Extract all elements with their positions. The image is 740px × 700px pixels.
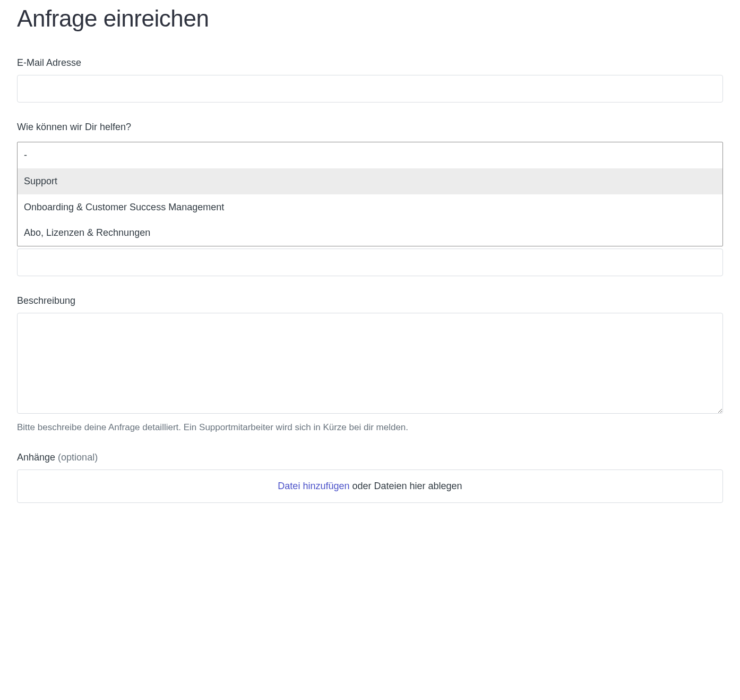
email-input[interactable] [17,75,723,103]
description-textarea[interactable] [17,313,723,414]
attachments-dropzone[interactable]: Datei hinzufügen oder Dateien hier ableg… [17,469,723,503]
dropdown-option-support[interactable]: Support [18,168,722,194]
attachments-label-text: Anhänge [17,452,55,463]
add-file-link[interactable]: Datei hinzufügen [278,481,349,491]
dropdown-option-onboarding[interactable]: Onboarding & Customer Success Management [18,194,722,220]
page-title: Anfrage einreichen [17,5,723,32]
field-description: Beschreibung Bitte beschreibe deine Anfr… [17,295,723,433]
field-attachments: Anhänge (optional) Datei hinzufügen oder… [17,452,723,503]
dropdown-option-placeholder[interactable]: - [18,142,722,168]
dropzone-rest-text: oder Dateien hier ablegen [349,481,462,491]
dropdown-option-billing[interactable]: Abo, Lizenzen & Rechnungen [18,220,722,246]
description-helper: Bitte beschreibe deine Anfrage detaillie… [17,422,723,433]
field-email: E-Mail Adresse [17,57,723,103]
attachments-optional: (optional) [58,452,98,463]
help-topic-dropdown[interactable]: - Support Onboarding & Customer Success … [17,142,723,246]
secondary-input[interactable] [17,249,723,276]
help-topic-label: Wie können wir Dir helfen? [17,122,723,133]
attachments-label: Anhänge (optional) [17,452,723,463]
email-label: E-Mail Adresse [17,57,723,69]
field-help-topic: Wie können wir Dir helfen? - Support Onb… [17,122,723,276]
description-label: Beschreibung [17,295,723,306]
